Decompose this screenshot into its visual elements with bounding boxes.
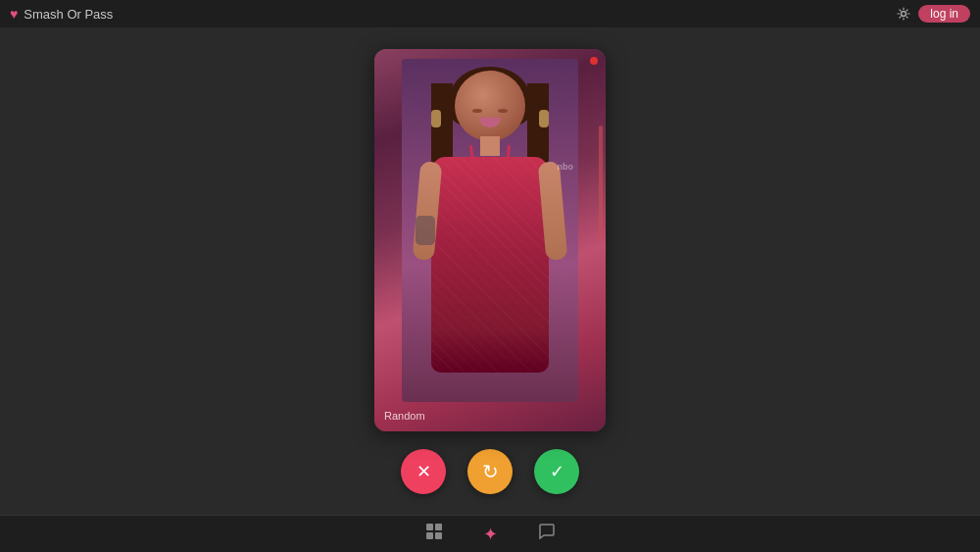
star-sparkle-icon: ✦ bbox=[483, 525, 498, 544]
heart-icon: ♥ bbox=[10, 6, 18, 22]
heart-check-icon: ✓ bbox=[550, 461, 564, 482]
svg-rect-1 bbox=[426, 524, 433, 530]
login-button[interactable]: log in bbox=[918, 5, 970, 23]
refresh-icon: ↻ bbox=[482, 460, 499, 483]
grid-view-icon bbox=[424, 522, 444, 541]
grid-icon[interactable] bbox=[424, 522, 444, 546]
gear-icon bbox=[897, 7, 910, 21]
star-icon[interactable]: ✦ bbox=[483, 524, 498, 545]
person-card: nbo Random bbox=[374, 49, 606, 431]
header-right: log in bbox=[897, 5, 970, 23]
chat-bubble-icon bbox=[537, 522, 557, 541]
card-indicator-dot bbox=[590, 57, 598, 65]
refresh-button[interactable]: ↻ bbox=[467, 449, 513, 494]
header: ♥ Smash Or Pass log in bbox=[0, 0, 980, 27]
smash-button[interactable]: ✓ bbox=[534, 449, 579, 494]
dress-body bbox=[431, 157, 549, 373]
card-label: Random bbox=[384, 410, 425, 422]
neck bbox=[480, 136, 500, 156]
head bbox=[455, 71, 525, 141]
svg-point-0 bbox=[902, 12, 906, 17]
card-container: nbo Random ✕ ↻ ✓ bbox=[374, 49, 606, 494]
logo-area: ♥ Smash Or Pass bbox=[10, 6, 113, 22]
svg-rect-2 bbox=[435, 524, 442, 530]
person-figure: nbo bbox=[402, 59, 578, 402]
svg-rect-4 bbox=[435, 532, 442, 539]
main-content: nbo Random ✕ ↻ ✓ bbox=[0, 27, 980, 515]
pass-button[interactable]: ✕ bbox=[401, 449, 446, 494]
chat-icon[interactable] bbox=[537, 522, 557, 546]
card-scroll-indicator bbox=[599, 125, 603, 240]
settings-button[interactable] bbox=[897, 7, 910, 21]
card-image: nbo bbox=[374, 49, 606, 431]
x-icon: ✕ bbox=[416, 461, 431, 482]
logo-text: Smash Or Pass bbox=[24, 7, 113, 22]
footer: ✦ bbox=[0, 515, 980, 552]
action-buttons: ✕ ↻ ✓ bbox=[401, 449, 579, 494]
svg-rect-3 bbox=[426, 532, 433, 539]
